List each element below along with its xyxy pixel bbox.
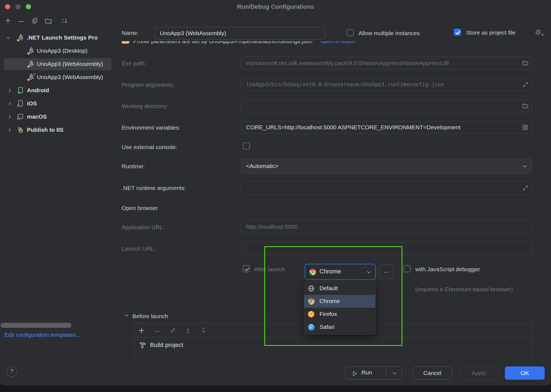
expand-icon[interactable] xyxy=(522,185,528,191)
net-runtime-arguments-input[interactable] xyxy=(241,181,532,195)
new-folder-icon[interactable] xyxy=(44,17,52,25)
profile-badge-icon xyxy=(27,53,30,55)
chevron-right-icon[interactable] xyxy=(7,88,12,93)
js-debugger-note: (requires a Chromium-based browser) xyxy=(415,286,513,293)
rocket-icon xyxy=(17,34,25,41)
gear-icon[interactable] xyxy=(534,28,542,36)
allow-multiple-instances-label: Allow multiple instances xyxy=(358,30,420,37)
working-directory-input[interactable] xyxy=(241,100,532,112)
run-debug-configurations-dialog: Run/Debug Configurations az .NET Launch … xyxy=(0,0,551,385)
rocket-icon xyxy=(27,60,35,68)
environment-variables-label: Environment variables: xyxy=(122,124,180,131)
warning-icon xyxy=(122,41,129,44)
ios-phone-icon xyxy=(16,100,24,107)
add-icon[interactable] xyxy=(138,327,145,334)
rocket-error-icon: ✕ xyxy=(27,73,35,81)
net-runtime-arguments-label: .NET runtime arguments: xyxy=(122,185,186,191)
error-badge-icon: ✕ xyxy=(33,72,36,77)
list-icon[interactable] xyxy=(522,124,528,131)
profile-badge-icon xyxy=(27,79,30,81)
before-launch-task-label: Build project xyxy=(150,341,183,348)
hammer-icon xyxy=(138,341,147,349)
tree-item-net-launch-settings[interactable]: .NET Launch Settings Pro xyxy=(0,31,112,44)
svg-text:z: z xyxy=(62,21,63,24)
launch-url-label: Launch URL: xyxy=(122,245,155,252)
chevron-down-icon[interactable] xyxy=(6,35,11,40)
tree-item-ios[interactable]: iOS xyxy=(0,97,112,110)
chevron-right-icon[interactable] xyxy=(7,128,12,133)
use-external-console-label: Use external console: xyxy=(122,144,177,150)
horizontal-scrollbar[interactable] xyxy=(1,323,71,328)
exe-path-label: Exe path: xyxy=(122,60,146,67)
runtime-label: Runtime: xyxy=(122,163,145,170)
android-phone-icon xyxy=(16,86,24,94)
chevron-down-icon[interactable] xyxy=(392,371,397,376)
application-url-label: Application URL: xyxy=(122,224,165,231)
sidebar-toolbar-divider xyxy=(0,30,112,30)
run-button-label: Run xyxy=(361,369,372,376)
configurations-sidebar: az .NET Launch Settings Pro UnoApp3 (Des… xyxy=(0,13,112,359)
remove-icon[interactable] xyxy=(154,329,161,336)
move-up-icon[interactable] xyxy=(185,327,192,334)
profile-badge-icon xyxy=(27,66,30,68)
store-as-project-file-label: Store as project file xyxy=(466,29,516,36)
use-external-console-checkbox[interactable] xyxy=(243,142,250,150)
runtime-select[interactable]: <Automatic> xyxy=(241,159,532,174)
edit-templates-link[interactable]: Edit configuration templates... xyxy=(4,332,80,338)
tree-item-publish-to-iis[interactable]: Publish to IIS xyxy=(0,124,112,137)
js-debugger-label: with JavaScript debugger xyxy=(415,266,480,273)
profile-badge-icon xyxy=(16,40,20,42)
working-directory-label: Working directory: xyxy=(122,103,168,110)
footer-divider xyxy=(0,359,551,359)
chevron-down-icon xyxy=(522,163,528,169)
copy-icon[interactable] xyxy=(31,17,38,25)
macos-icon xyxy=(16,113,24,121)
sidebar-divider xyxy=(112,14,112,359)
svg-text:a: a xyxy=(62,18,64,21)
window-title: Run/Debug Configurations xyxy=(0,3,551,10)
expand-icon[interactable] xyxy=(522,82,528,88)
before-launch-task-build-project[interactable]: Build project xyxy=(138,341,183,349)
run-split-divider xyxy=(386,369,386,377)
tree-item-macos[interactable]: macOS xyxy=(0,110,112,124)
application-url-input[interactable]: http://localhost:5000 xyxy=(241,220,532,234)
run-button[interactable]: Run xyxy=(345,366,402,380)
edit-icon[interactable] xyxy=(169,327,176,334)
rocket-icon xyxy=(27,47,35,55)
tree-item-unoapp3-desktop[interactable]: UnoApp3 (Desktop) xyxy=(0,44,112,58)
add-icon[interactable] xyxy=(4,17,12,25)
iis-globe-icon xyxy=(16,126,24,134)
tree-item-android[interactable]: Android xyxy=(0,84,112,97)
js-debugger-checkbox[interactable] xyxy=(403,265,411,272)
store-as-project-file-checkbox[interactable] xyxy=(454,29,461,36)
help-button[interactable]: ? xyxy=(7,366,17,377)
open-browser-divider xyxy=(164,208,533,208)
environment-variables-input[interactable]: CORE_URLS=http://localhost:5000 ASPNETCO… xyxy=(241,121,532,134)
exe-path-input[interactable]: es/microsoft.net.sdk.webassembly.pack/9.… xyxy=(241,57,532,69)
remove-icon[interactable] xyxy=(18,19,25,26)
annotation-highlight-rectangle xyxy=(264,246,402,346)
ok-button[interactable]: OK xyxy=(505,366,545,380)
after-launch-checkbox[interactable] xyxy=(243,265,250,272)
folder-icon[interactable] xyxy=(522,60,528,66)
program-arguments-input[interactable]: lnoApp3/bin/Debug/net9.0-browserwasm/Uno… xyxy=(241,78,532,91)
move-down-icon[interactable] xyxy=(200,327,207,334)
open-in-editor-link[interactable]: open in editor xyxy=(321,41,356,44)
name-input[interactable]: UnoApp3 (WebAssembly) xyxy=(155,27,325,40)
warning-banner: Profile parameters are set by UnoApp3/Pr… xyxy=(118,41,546,51)
allow-multiple-instances-checkbox[interactable] xyxy=(347,29,354,36)
chevron-right-icon[interactable] xyxy=(7,114,12,119)
open-browser-section-label: Open browser xyxy=(122,205,158,211)
cancel-button[interactable]: Cancel xyxy=(413,366,452,380)
play-icon xyxy=(351,370,358,377)
folder-icon[interactable] xyxy=(522,103,528,109)
before-launch-section-label: Before launch xyxy=(132,313,168,320)
before-launch-collapse-icon[interactable] xyxy=(124,313,129,318)
chevron-right-icon[interactable] xyxy=(7,101,12,106)
name-label: Name: xyxy=(122,30,139,36)
tree-item-unoapp3-webassembly-selected[interactable]: UnoApp3 (WebAssembly) xyxy=(0,58,112,71)
sort-az-icon[interactable]: az xyxy=(61,17,68,25)
apply-button[interactable]: Apply xyxy=(459,366,499,380)
program-arguments-label: Program arguments: xyxy=(122,82,174,88)
tree-item-unoapp3-webassembly-error[interactable]: ✕ UnoApp3 (WebAssembly) xyxy=(0,71,112,84)
